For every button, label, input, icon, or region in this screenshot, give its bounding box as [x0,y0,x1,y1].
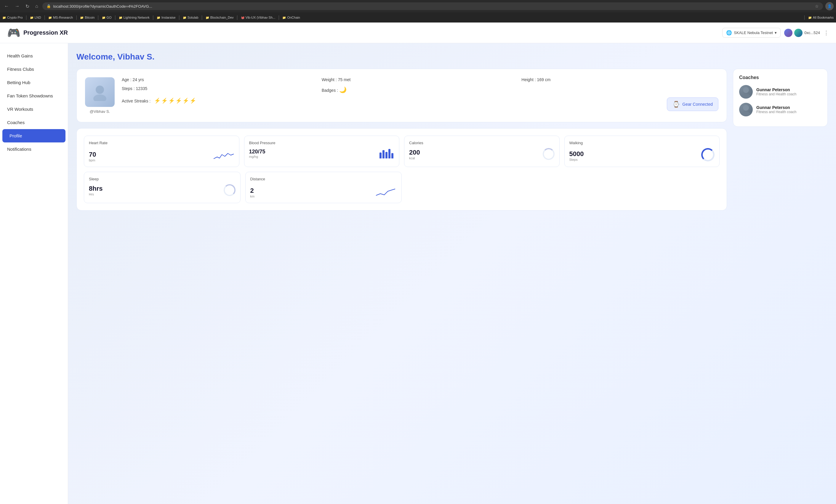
coach-item-2: Gunnar Peterson Fitness and Health coach [739,103,821,116]
reload-button[interactable]: ↻ [24,2,31,11]
sleep-chart [224,184,235,196]
app-wrapper: 🎮 Progression XR 🌐 SKALE Nebula Testnet … [0,22,836,504]
bar-1 [379,153,382,158]
logo-icon: 🎮 [7,27,20,39]
bp-unit: mg/hg [249,155,265,158]
bp-value: 120/75 [249,149,265,155]
sidebar-item-vr-workouts[interactable]: VR Workouts [0,102,68,116]
sidebar-item-fan-token[interactable]: Fan Token Showdowns [0,89,68,102]
svg-point-0 [96,85,104,94]
streak-bolt-1: ⚡ [154,97,160,104]
streaks-info: Active Streaks : ⚡ ⚡ ⚡ ⚡ ⚡ ⚡ [122,97,518,111]
sidebar-item-profile[interactable]: Profile [2,129,65,142]
chevron-down-icon: ▾ [775,31,777,35]
heart-rate-card: Heart Rate 70 bpm [84,136,239,167]
gear-icon: ⌚ [672,101,680,108]
stats-card: Heart Rate 70 bpm [76,128,727,211]
coaches-panel: Coaches Gunnar Peterson Fitness and H [733,69,828,127]
streak-bolt-5: ⚡ [183,97,189,104]
main-content: Welcome, Vibhav S. @Vibhav S. [68,43,836,504]
bookmark-onchain[interactable]: 📁 OnChain [282,16,300,19]
profile-username: @Vibhav S. [90,109,110,114]
avatar-1 [784,29,793,37]
svg-point-3 [741,94,751,99]
gear-button-area: ⌚ Gear Connected [521,97,718,111]
bookmark-bitcoin[interactable]: 📁 Bitcoin [80,16,95,19]
sidebar-item-health-gains[interactable]: Health Gains [0,49,68,62]
bookmark-all[interactable]: 📁 All Bookmarks [808,16,834,19]
walking-title: Walking [569,141,715,145]
calories-unit: kcal [409,156,420,160]
sleep-value: 8hrs [89,185,102,193]
bp-title: Blood Pressure [249,141,395,145]
coach-role-1: Fitness and Health coach [756,92,796,96]
gear-connected-button[interactable]: ⌚ Gear Connected [667,97,718,111]
distance-title: Distance [250,177,397,181]
avatar-2 [794,29,802,37]
bookmark-ms-research[interactable]: 📁 MS-Research [48,16,73,19]
bp-chart [379,148,394,158]
coach-avatar-2 [739,103,753,116]
walking-chart [701,148,715,161]
height-info: Height : 169 cm [521,77,718,82]
back-button[interactable]: ← [2,2,11,10]
svg-point-4 [743,105,749,111]
bar-4 [388,149,391,158]
heart-rate-title: Heart Rate [89,141,234,145]
sidebar-item-fitness-clubs[interactable]: Fitness Clubs [0,62,68,76]
star-icon[interactable]: ☆ [815,4,819,8]
browser-chrome: ← → ↻ ⌂ 🔒 localhost:3000/profile?dynamic… [0,0,836,22]
coaches-title: Coaches [739,75,821,80]
svg-point-5 [741,112,751,116]
profile-avatar-area: @Vibhav S. [85,77,115,114]
bp-values: 120/75 mg/hg [249,149,265,158]
sidebar-item-notifications[interactable]: Notifications [0,142,68,156]
sidebar: Health Gains Fitness Clubs Betting Hub F… [0,43,68,504]
age-info: Age : 24 yrs [122,77,319,82]
sidebar-item-coaches[interactable]: Coaches [0,116,68,129]
profile-details: Age : 24 yrs Weight : 75 met Height : 16… [122,77,718,111]
home-button[interactable]: ⌂ [34,2,40,10]
coach-item-1: Gunnar Peterson Fitness and Health coach [739,85,821,99]
sleep-title: Sleep [89,177,235,181]
sleep-card: Sleep 8hrs Hrs [84,172,241,203]
bookmark-vib-ux[interactable]: 🐙 Vib-UX (Vibhav Sh... [241,16,275,19]
bookmark-lightning[interactable]: 📁 Lightning Network [119,16,150,19]
badge-icon: 🌙 [339,86,347,93]
sidebar-item-betting-hub[interactable]: Betting Hub [0,76,68,89]
bookmark-go[interactable]: 📁 GO [102,16,112,19]
distance-card: Distance 2 km [245,172,402,203]
calories-values: 200 kcal [409,149,420,160]
network-selector[interactable]: 🌐 SKALE Nebula Testnet ▾ [722,28,781,38]
bookmark-solulab[interactable]: 📁 Solulab [183,16,198,19]
heart-rate-chart [214,151,234,162]
distance-unit: km [250,195,255,198]
walking-card: Walking 5000 Steps [564,136,720,167]
weight-info: Weight : 75 met [322,77,519,82]
calories-card: Calories 200 kcal [404,136,559,167]
calories-value: 200 [409,149,420,156]
coach-avatar-1 [739,85,753,99]
bar-3 [385,152,387,158]
coach-name-2: Gunnar Peterson [756,105,796,110]
distance-value-row: 2 km [250,184,397,198]
stats-grid-top: Heart Rate 70 bpm [84,136,720,167]
forward-button[interactable]: → [13,2,21,10]
distance-values: 2 km [250,187,255,198]
wallet-badge[interactable]: 0xc...524 [784,29,820,37]
more-options-icon[interactable]: ⋮ [823,30,829,36]
bookmark-lnd[interactable]: 📁 LND [30,16,41,19]
svg-point-2 [743,87,749,93]
browser-toolbar: ← → ↻ ⌂ 🔒 localhost:3000/profile?dynamic… [0,0,836,13]
bookmark-instaraise[interactable]: 📁 Instaraise [157,16,176,19]
distance-chart [376,187,397,198]
lock-icon: 🔒 [46,4,51,8]
bookmark-crypto-pro[interactable]: 📁 Crypto Pro [2,16,23,19]
heart-rate-value: 70 [89,151,96,158]
coaches-card: Coaches Gunnar Peterson Fitness and H [733,69,828,127]
welcome-heading: Welcome, Vibhav S. [76,52,828,62]
svg-point-1 [93,95,106,101]
url-bar[interactable]: 🔒 localhost:3000/profile?dynamicOauthCod… [42,2,823,10]
streak-bolt-4: ⚡ [175,97,182,104]
bookmark-blockchain-dev[interactable]: 📁 Blockchain_Dev [206,16,234,19]
